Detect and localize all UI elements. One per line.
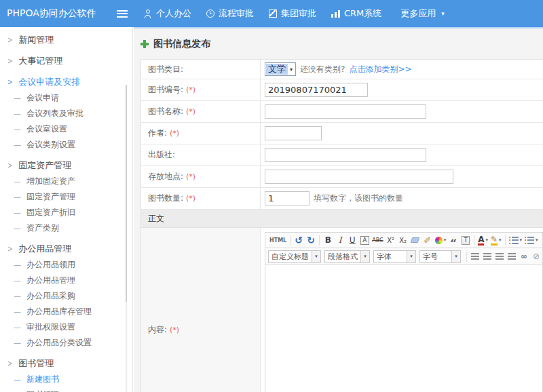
align-center-icon[interactable] [481, 250, 493, 263]
quantity-hint: 填写数字，该图书的数量 [314, 193, 403, 204]
font-size-select-label: 字号 [420, 251, 451, 262]
book-name-input[interactable] [265, 104, 426, 119]
italic-icon[interactable]: I [334, 234, 346, 247]
sidebar-item-label: 会议申请及安排 [18, 76, 80, 88]
source-code-button[interactable]: HTML [268, 234, 288, 247]
align-left-icon[interactable] [469, 250, 481, 263]
custom-title-select[interactable]: 自定义标题▾ [268, 250, 321, 263]
paste-text-icon-glyph: T [462, 236, 470, 245]
sidebar-item-label: 办公用品分类设置 [26, 337, 92, 349]
sidebar-subitem[interactable]: —办公用品采购 [0, 288, 132, 304]
edit-icon [269, 9, 277, 18]
auto-typeset-icon[interactable]: ▾ [434, 234, 448, 247]
ordered-list-icon[interactable]: ▾ [508, 234, 524, 247]
caret-down-icon: ▾ [441, 10, 445, 17]
paragraph-format-select-label: 段落格式 [325, 251, 360, 262]
dash-icon: — [14, 375, 21, 384]
sidebar-subitem[interactable]: —会议类别设置 [0, 137, 132, 153]
sidebar-subitem[interactable]: —会议申请 [0, 90, 132, 106]
font-size-select[interactable]: 字号▾ [419, 250, 461, 263]
sidebar-subitem[interactable]: —资产类别 [0, 220, 132, 236]
sidebar-section[interactable]: >办公用品管理 [0, 241, 132, 257]
undo-icon-glyph: ↺ [295, 235, 303, 246]
publisher-label: 出版社: [148, 149, 175, 161]
nav-crm-system[interactable]: CRM系统 [331, 7, 381, 20]
underline-icon[interactable]: U [346, 234, 358, 247]
sidebar-section[interactable]: >图书管理 [0, 355, 132, 372]
sidebar-subitem[interactable]: —增加固定资产 [0, 174, 132, 189]
location-input[interactable] [265, 170, 453, 184]
sidebar-item-label: 图书管理 [18, 357, 54, 370]
link-icon[interactable]: ∞ [518, 250, 530, 263]
sidebar-section[interactable]: >新闻管理 [0, 32, 132, 48]
form-row-name: 图书名称: (*) [141, 101, 543, 123]
form-row-publisher: 出版社: [141, 144, 543, 166]
strikethrough-icon[interactable]: ABC [371, 234, 384, 247]
book-code-input[interactable] [265, 83, 368, 97]
sidebar-subitem[interactable]: —办公用品管理 [0, 273, 132, 288]
bold-icon[interactable]: B [322, 234, 334, 247]
sidebar-subitem[interactable]: —会议室设置 [0, 121, 132, 137]
page-title: 图书信息发布 [141, 36, 543, 52]
paste-text-icon[interactable]: T [460, 234, 472, 247]
sidebar-section[interactable]: >会议申请及安排 [0, 74, 132, 90]
sidebar-subitem[interactable]: —办公用品领用 [0, 257, 132, 273]
nav-personal-office[interactable]: 个人办公 [144, 7, 191, 20]
font-family-select[interactable]: 字体▾ [373, 250, 416, 263]
subscript-icon[interactable]: X₂ [397, 234, 409, 247]
align-left-icon-shape [471, 253, 479, 260]
justify-icon[interactable] [506, 250, 518, 263]
blockquote-icon[interactable]: “ [447, 234, 460, 247]
category-select[interactable]: 文学 ▾ [265, 62, 296, 76]
nav-group-approval[interactable]: 集团审批 [269, 7, 316, 20]
nav-workflow-approval[interactable]: 流程审批 [206, 7, 254, 20]
sidebar-subitem[interactable]: —审批权限设置 [0, 319, 132, 335]
redo-icon[interactable]: ↻ [305, 234, 317, 247]
form-row-content: 内容: (*) HTML↺↻BIUAABCX²X₂✐▾“TA▾✎▾▾▾ 自定义标… [141, 228, 543, 392]
link-icon-glyph: ∞ [521, 252, 527, 261]
sidebar-subitem[interactable]: —固定资产管理 [0, 189, 132, 205]
menu-toggle-icon[interactable] [117, 10, 128, 18]
nav-more-apps[interactable]: 更多应用▾ [396, 7, 445, 20]
sidebar-item-label: 会议类别设置 [26, 139, 75, 151]
superscript-icon-glyph: X² [387, 237, 394, 244]
align-right-icon[interactable] [493, 250, 506, 263]
dash-icon: — [14, 224, 21, 233]
nav-item-label: CRM系统 [344, 7, 381, 20]
sidebar-subitem[interactable]: —图书管理 [0, 387, 132, 392]
sidebar-subitem[interactable]: —会议列表及审批 [0, 106, 132, 121]
sidebar-section[interactable]: >固定资产管理 [0, 157, 132, 174]
chart-icon [331, 10, 340, 18]
publisher-input[interactable] [265, 148, 426, 162]
category-select-value: 文学 [266, 64, 288, 75]
required-marker: (*) [186, 107, 195, 116]
superscript-icon[interactable]: X² [385, 234, 397, 247]
unlink-icon-glyph: ⊘ [533, 252, 540, 261]
format-painter-icon[interactable]: ✐ [422, 234, 434, 247]
font-border-icon[interactable]: A [358, 234, 371, 247]
sidebar-section[interactable]: >大事记管理 [0, 53, 132, 69]
highlight-color-icon[interactable]: ✎▾ [489, 234, 503, 247]
sidebar-subitem[interactable]: —固定资产折旧 [0, 205, 132, 220]
location-label: 存放地点: [148, 171, 183, 182]
form-row-author: 作者: (*) [141, 123, 543, 144]
chevron-right-icon: > [7, 244, 12, 254]
sidebar-subitem[interactable]: —新建图书 [0, 372, 132, 387]
sidebar-menu: >新闻管理>大事记管理>会议申请及安排—会议申请—会议列表及审批—会议室设置—会… [0, 32, 132, 392]
required-marker: (*) [186, 194, 195, 203]
eraser-icon[interactable] [409, 234, 422, 247]
author-input[interactable] [265, 126, 322, 140]
unordered-list-icon[interactable]: ▾ [523, 234, 540, 247]
undo-icon[interactable]: ↺ [293, 234, 305, 247]
font-color-icon[interactable]: A▾ [476, 234, 489, 247]
unlink-icon[interactable]: ⊘ [530, 250, 542, 263]
plus-icon [141, 40, 149, 48]
paragraph-format-select[interactable]: 段落格式▾ [324, 250, 370, 263]
sidebar-scrollbar-thumb[interactable] [126, 85, 127, 302]
sidebar-subitem[interactable]: —办公用品库存管理 [0, 304, 132, 319]
editor-content-area[interactable] [265, 265, 542, 392]
add-category-link[interactable]: 点击添加类别>> [349, 64, 411, 75]
quantity-input[interactable] [265, 191, 310, 205]
sidebar-subitem[interactable]: —办公用品分类设置 [0, 335, 132, 351]
nav-item-label: 集团审批 [281, 7, 316, 20]
